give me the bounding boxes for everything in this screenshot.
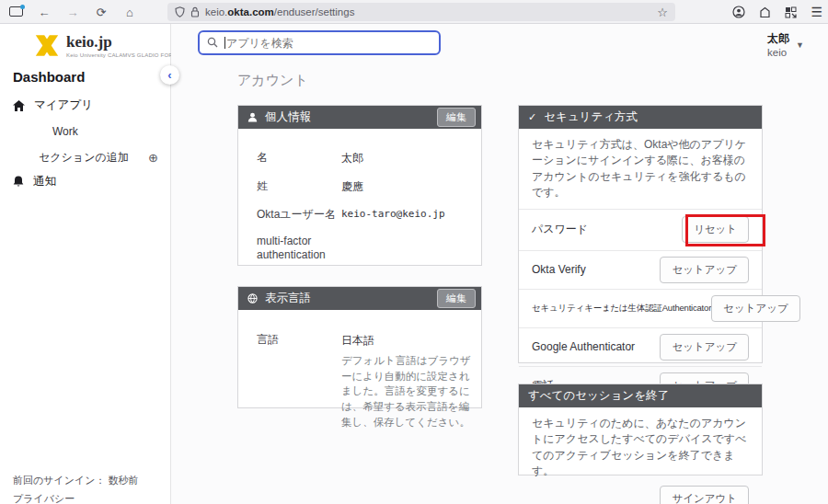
setup-google-authenticator-button[interactable]: セットアップ: [660, 334, 749, 361]
edit-language-button[interactable]: 編集: [437, 289, 476, 308]
info-row-first-name: 名 太郎: [257, 151, 468, 166]
keio-logo[interactable]: keio.jp Keio University CALAMVS GLADIO F…: [33, 33, 187, 62]
info-row-mfa: multi-factor authentication: [257, 235, 468, 262]
security-description: セキュリティ方式は、Oktaや他のアプリケーションにサインインする際に、お客様の…: [519, 129, 762, 210]
personal-info-panel: 個人情報 編集 名 太郎 姓 慶應 Oktaユーザー名 keio-taro@ke…: [237, 105, 482, 266]
privacy-link[interactable]: プライバシー: [13, 492, 75, 504]
security-row-okta-verify: Okta Verify セットアップ: [519, 251, 762, 290]
panel-title: 個人情報: [265, 109, 311, 125]
back-button[interactable]: ←: [36, 6, 52, 18]
language-description: デフォルト言語はブラウザーにより自動的に設定されました。言語を変更するには、希望…: [341, 353, 479, 430]
panel-title: すべてのセッションを終了: [528, 388, 669, 404]
language-value: 日本語: [341, 333, 479, 349]
share-icon[interactable]: [759, 6, 771, 18]
dashboard-heading: Dashboard: [13, 69, 85, 85]
menu-icon[interactable]: ☰: [811, 5, 822, 19]
text-cursor: [224, 37, 225, 49]
security-row-google-authenticator: Google Authenticator セットアップ: [519, 328, 762, 367]
reset-password-button[interactable]: リセット: [682, 216, 749, 243]
setup-okta-verify-button[interactable]: セットアップ: [660, 257, 749, 283]
check-icon: ✓: [528, 111, 536, 123]
end-sessions-panel: すべてのセッションを終了 セキュリティのために、あなたのアカウントにアクセスした…: [518, 384, 763, 475]
user-org: keio: [767, 47, 789, 58]
browser-toolbar: ← → ⟳ ⌂ keio.okta.com/enduser/settings ☆…: [0, 0, 828, 24]
security-row-password: パスワード リセット: [519, 210, 762, 251]
panel-title: 表示言語: [265, 291, 311, 306]
keio-logo-icon: [33, 33, 61, 62]
info-row-last-name: 姓 慶應: [257, 179, 468, 195]
app-search[interactable]: [198, 30, 441, 55]
security-row-security-key: セキュリティキーまたは生体認証Authenticator セットアップ: [519, 290, 762, 328]
reload-button[interactable]: ⟳: [93, 6, 109, 18]
lock-icon[interactable]: [190, 6, 200, 17]
url-text: keio.okta.com/enduser/settings: [205, 6, 354, 17]
address-bar[interactable]: keio.okta.com/enduser/settings ☆: [167, 3, 675, 21]
last-signin-text: 前回のサインイン： 数秒前: [13, 474, 139, 487]
forward-button[interactable]: →: [64, 6, 81, 18]
bookmark-star-icon[interactable]: ☆: [657, 6, 668, 19]
bell-icon: [13, 176, 24, 188]
sidebar-item-work[interactable]: Work: [52, 125, 78, 138]
profile-icon[interactable]: [732, 6, 745, 18]
sign-out-button[interactable]: サインアウト: [660, 486, 749, 504]
search-icon: [207, 35, 218, 52]
end-sessions-header: すべてのセッションを終了: [519, 384, 762, 407]
security-methods-panel: ✓ セキュリティ方式 セキュリティ方式は、Oktaや他のアプリケーションにサイン…: [518, 105, 763, 363]
panel-title: セキュリティ方式: [544, 109, 638, 125]
home-icon: [13, 100, 25, 111]
search-input[interactable]: [226, 37, 431, 50]
display-language-header: 表示言語 編集: [238, 287, 481, 310]
user-name: 太郎: [767, 31, 789, 47]
home-button[interactable]: ⌂: [121, 6, 138, 18]
sidebar-item-label: Work: [52, 125, 78, 138]
edit-personal-info-button[interactable]: 編集: [437, 108, 476, 127]
display-language-panel: 表示言語 編集 言語 日本語 デフォルト言語はブラウザーにより自動的に設定されま…: [237, 286, 482, 408]
plus-circle-icon[interactable]: ⊕: [148, 151, 158, 165]
browser-tab-icon[interactable]: [7, 6, 24, 18]
page-title: アカウント: [237, 72, 308, 89]
person-icon: [247, 112, 258, 122]
sidebar-item-add-section[interactable]: セクションの追加 ⊕: [39, 150, 158, 166]
sidebar: keio.jp Keio University CALAMVS GLADIO F…: [0, 24, 171, 504]
globe-icon: [247, 293, 258, 304]
sidebar-item-label: セクションの追加: [39, 150, 129, 166]
sidebar-collapse-button[interactable]: ‹: [160, 65, 179, 85]
setup-security-key-button[interactable]: セットアップ: [711, 295, 800, 322]
end-sessions-description: セキュリティのために、あなたのアカウントにアクセスしたすべてのデバイスですべての…: [519, 407, 762, 486]
security-methods-header: ✓ セキュリティ方式: [519, 106, 762, 129]
personal-info-header: 個人情報 編集: [238, 106, 481, 129]
sidebar-item-label: 通知: [33, 174, 56, 189]
shield-icon[interactable]: [175, 6, 185, 17]
user-menu[interactable]: 太郎 keio ▼: [767, 31, 804, 58]
logo-title: keio.jp: [66, 33, 187, 52]
language-label: 言語: [257, 333, 341, 430]
sidebar-item-label: マイアプリ: [34, 97, 93, 113]
chevron-down-icon: ▼: [796, 40, 804, 50]
logo-subtitle: Keio University CALAMVS GLADIO FORTIOR: [66, 52, 187, 58]
sidebar-item-notifications[interactable]: 通知: [13, 174, 56, 189]
info-row-okta-username: Oktaユーザー名 keio-taro@keio.jp: [257, 208, 468, 222]
sidebar-item-my-apps[interactable]: マイアプリ: [13, 97, 93, 113]
screenshot-tool-icon[interactable]: [785, 6, 797, 18]
